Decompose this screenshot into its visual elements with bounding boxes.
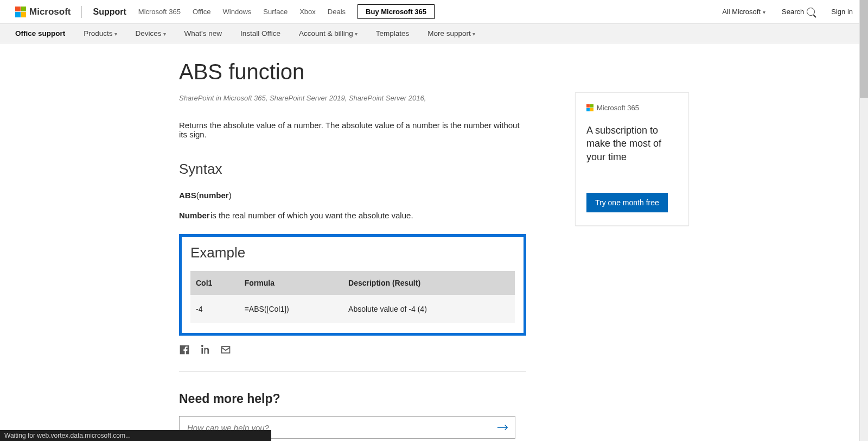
- side-column: Microsoft 365 A subscription to make the…: [575, 60, 689, 441]
- search-label: Search: [782, 8, 804, 16]
- example-box: Example Col1 Formula Description (Result…: [179, 234, 526, 336]
- facebook-icon: [179, 344, 190, 355]
- subnav-whats-new[interactable]: What's new: [184, 29, 222, 37]
- search-button[interactable]: Search: [782, 8, 815, 16]
- card-headline: A subscription to make the most of your …: [586, 124, 678, 163]
- share-row: [179, 344, 526, 357]
- chevron-down-icon: ▾: [763, 9, 765, 15]
- nav-office[interactable]: Office: [193, 8, 211, 16]
- all-microsoft-label: All Microsoft: [722, 8, 761, 16]
- separator: [179, 371, 526, 372]
- param-name: Number: [179, 211, 210, 220]
- th-col1: Col1: [190, 271, 239, 295]
- syntax-line: ABS(number): [179, 191, 526, 200]
- syntax-fn: ABS: [179, 191, 196, 200]
- scrollbar[interactable]: [859, 0, 868, 441]
- arrow-right-icon: [497, 424, 509, 431]
- microsoft-logo-icon: [586, 104, 593, 111]
- share-linkedin[interactable]: [200, 344, 210, 357]
- support-link[interactable]: Support: [93, 7, 126, 17]
- nav-microsoft365[interactable]: Microsoft 365: [138, 8, 181, 16]
- top-nav-right: All Microsoft▾ Search Sign in: [722, 8, 853, 16]
- example-table: Col1 Formula Description (Result) -4 =AB…: [190, 271, 515, 323]
- table-row: -4 =ABS([Col1]) Absolute value of -4 (4): [190, 295, 515, 323]
- td-formula: =ABS([Col1]): [239, 295, 343, 323]
- th-desc: Description (Result): [343, 271, 515, 295]
- subnav-account-billing[interactable]: Account & billing▾: [299, 29, 358, 37]
- chevron-down-icon: ▾: [473, 31, 475, 37]
- card-brand-text: Microsoft 365: [597, 104, 639, 112]
- microsoft-logo-icon: [15, 7, 26, 17]
- intro-paragraph: Returns the absolute value of a number. …: [179, 121, 526, 139]
- need-more-heading: Need more help?: [179, 392, 526, 406]
- param-row: Number is the real number of which you w…: [179, 211, 526, 220]
- microsoft-logo-text: Microsoft: [29, 7, 71, 17]
- subnav-products[interactable]: Products▾: [84, 29, 117, 37]
- nav-xbox[interactable]: Xbox: [299, 8, 316, 16]
- subnav-more-support[interactable]: More support▾: [427, 29, 475, 37]
- buy-microsoft365-button[interactable]: Buy Microsoft 365: [358, 4, 435, 19]
- microsoft-logo[interactable]: Microsoft: [15, 7, 71, 17]
- status-bar: Waiting for web.vortex.data.microsoft.co…: [0, 430, 271, 441]
- nav-deals[interactable]: Deals: [328, 8, 346, 16]
- chevron-down-icon: ▾: [114, 31, 117, 37]
- subnav-devices[interactable]: Devices▾: [136, 29, 166, 37]
- nav-divider: [81, 6, 81, 18]
- td-col1: -4: [190, 295, 239, 323]
- syntax-arg: number: [199, 191, 229, 200]
- share-facebook[interactable]: [179, 344, 190, 357]
- td-desc: Absolute value of -4 (4): [343, 295, 515, 323]
- example-heading: Example: [190, 244, 515, 261]
- all-microsoft-dropdown[interactable]: All Microsoft▾: [722, 8, 765, 16]
- top-nav-left: Microsoft Support Microsoft 365 Office W…: [15, 4, 722, 19]
- linkedin-icon: [200, 344, 210, 355]
- try-free-button[interactable]: Try one month free: [586, 193, 668, 212]
- subnav-office-support[interactable]: Office support: [15, 29, 65, 37]
- applies-to: SharePoint in Microsoft 365, SharePoint …: [179, 94, 526, 102]
- article: ABS function SharePoint in Microsoft 365…: [179, 60, 526, 441]
- card-brand: Microsoft 365: [586, 104, 678, 112]
- sub-nav: Office support Products▾ Devices▾ What's…: [0, 24, 868, 43]
- email-icon: [220, 344, 231, 355]
- top-nav: Microsoft Support Microsoft 365 Office W…: [0, 0, 868, 24]
- subnav-install-office[interactable]: Install Office: [240, 29, 280, 37]
- chevron-down-icon: ▾: [163, 31, 166, 37]
- page-title: ABS function: [179, 60, 526, 84]
- nav-surface[interactable]: Surface: [263, 8, 288, 16]
- signin-link[interactable]: Sign in: [831, 8, 853, 16]
- syntax-heading: Syntax: [179, 161, 526, 178]
- chevron-down-icon: ▾: [355, 31, 358, 37]
- subnav-templates[interactable]: Templates: [376, 29, 410, 37]
- share-email[interactable]: [220, 344, 231, 357]
- scrollbar-thumb[interactable]: [860, 0, 868, 98]
- param-desc: is the real number of which you want the…: [210, 211, 526, 220]
- nav-windows[interactable]: Windows: [223, 8, 252, 16]
- page-body: ABS function SharePoint in Microsoft 365…: [0, 43, 868, 441]
- th-formula: Formula: [239, 271, 343, 295]
- search-icon: [807, 8, 815, 16]
- m365-promo-card: Microsoft 365 A subscription to make the…: [575, 92, 689, 226]
- help-search-submit[interactable]: [491, 424, 515, 431]
